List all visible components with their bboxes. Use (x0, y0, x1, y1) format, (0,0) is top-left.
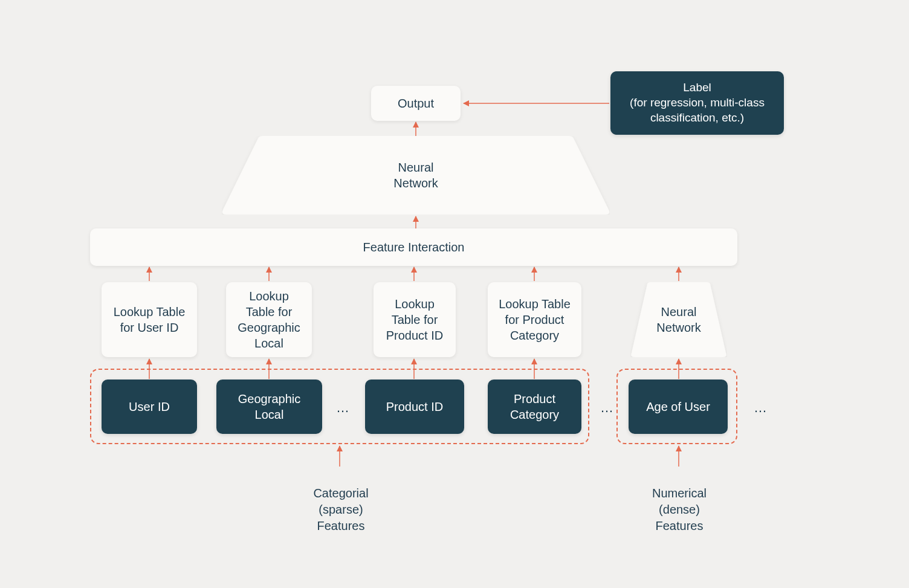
feature-age-label: Age of User (646, 399, 710, 415)
feature-product-id-label: Product ID (386, 399, 443, 415)
feature-product-cat-node: Product Category (488, 380, 581, 434)
feature-interaction-label: Feature Interaction (363, 239, 465, 255)
feature-interaction-node: Feature Interaction (90, 228, 737, 266)
feature-geo-label: Geographic Local (238, 391, 300, 422)
feature-product-cat-label: Product Category (510, 391, 559, 422)
lookup-user-id-node: Lookup Table for User ID (102, 282, 197, 357)
lookup-product-id-node: Lookup Table for Product ID (374, 282, 456, 357)
lookup-user-id-label: Lookup Table for User ID (114, 304, 186, 335)
ellipsis-1: … (336, 400, 349, 416)
label-text: Label (for regression, multi-class class… (630, 80, 765, 125)
feature-user-id-node: User ID (102, 380, 197, 434)
neural-network-right-node: Neural Network (630, 282, 727, 357)
feature-product-id-node: Product ID (365, 380, 464, 434)
feature-age-node: Age of User (629, 380, 728, 434)
nn-right-label: Neural Network (656, 304, 700, 335)
lookup-product-cat-label: Lookup Table for Product Category (499, 296, 571, 343)
feature-user-id-label: User ID (129, 399, 170, 415)
lookup-product-cat-node: Lookup Table for Product Category (488, 282, 581, 357)
caption-categorical: Categorial (sparse) Features (302, 469, 380, 534)
output-label: Output (398, 95, 434, 111)
label-node: Label (for regression, multi-class class… (610, 71, 784, 135)
output-node: Output (371, 86, 461, 121)
feature-geo-node: Geographic Local (216, 380, 322, 434)
ellipsis-2: … (600, 400, 613, 416)
ellipsis-3: … (754, 400, 767, 416)
lookup-geo-label: Lookup Table for Geographic Local (238, 288, 300, 351)
nn-top-label: Neural Network (393, 160, 438, 191)
neural-network-top-node: Neural Network (222, 136, 610, 215)
lookup-product-id-label: Lookup Table for Product ID (386, 296, 443, 343)
lookup-geo-node: Lookup Table for Geographic Local (226, 282, 312, 357)
caption-numerical: Numerical (dense) Features (641, 469, 718, 534)
